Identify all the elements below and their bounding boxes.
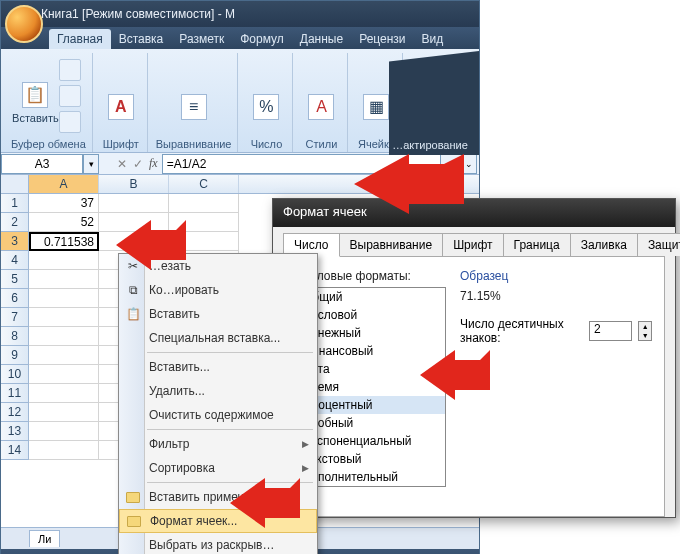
cell-A5[interactable] — [29, 270, 99, 289]
dlgtab-fill[interactable]: Заливка — [570, 233, 638, 256]
office-button[interactable] — [5, 5, 43, 43]
group-label-clipboard: Буфер обмена — [11, 136, 86, 150]
ribbon-tabs: Главная Вставка Разметк Формул Данные Ре… — [1, 27, 479, 49]
number-button[interactable]: % — [246, 65, 286, 127]
row-7[interactable]: 7 — [1, 308, 29, 327]
row-3[interactable]: 3 — [1, 232, 29, 251]
paste-button[interactable]: 📋 Вставить — [15, 65, 55, 127]
group-editing: …актирование — [389, 51, 479, 155]
chevron-up-icon[interactable]: ▲ — [639, 322, 651, 331]
cell-A4[interactable] — [29, 251, 99, 270]
decimals-row: Число десятичных знаков: 2 ▲ ▼ — [460, 317, 652, 345]
ctx-paste[interactable]: 📋Вставить — [119, 302, 317, 326]
decimals-input[interactable]: 2 — [589, 321, 632, 341]
dlgtab-alignment[interactable]: Выравнивание — [339, 233, 444, 256]
group-label-align: Выравнивание — [156, 136, 232, 150]
dialog-title: Формат ячеек — [273, 199, 675, 227]
cell-A6[interactable] — [29, 289, 99, 308]
tab-review[interactable]: Рецензи — [351, 29, 413, 49]
row-4[interactable]: 4 — [1, 251, 29, 270]
folder-icon — [125, 489, 141, 505]
row-10[interactable]: 10 — [1, 365, 29, 384]
row-5[interactable]: 5 — [1, 270, 29, 289]
ctx-paste-special[interactable]: Специальная вставка... — [119, 326, 317, 350]
col-B[interactable]: B — [99, 175, 169, 193]
group-styles: A Стили — [295, 53, 348, 152]
titlebar: Книга1 [Режим совместимости] - М — [1, 1, 479, 27]
dlgtab-font[interactable]: Шрифт — [442, 233, 503, 256]
ctx-delete[interactable]: Удалить... — [119, 379, 317, 403]
copy-button[interactable] — [59, 85, 81, 107]
cut-button[interactable] — [59, 59, 81, 81]
row-9[interactable]: 9 — [1, 346, 29, 365]
cell-A14[interactable] — [29, 441, 99, 460]
decimals-spinner[interactable]: ▲ ▼ — [638, 321, 652, 341]
cell-B1[interactable] — [99, 194, 169, 213]
dlgtab-protection[interactable]: Защита — [637, 233, 680, 256]
col-C[interactable]: C — [169, 175, 239, 193]
tab-layout[interactable]: Разметк — [171, 29, 232, 49]
cell-A9[interactable] — [29, 346, 99, 365]
row-8[interactable]: 8 — [1, 327, 29, 346]
group-alignment: ≡ Выравнивание — [150, 53, 239, 152]
cell-A7[interactable] — [29, 308, 99, 327]
fmt-special[interactable]: Дополнительный — [297, 468, 445, 486]
ctx-sort[interactable]: Сортировка▶ — [119, 456, 317, 480]
cell-A10[interactable] — [29, 365, 99, 384]
select-all-corner[interactable] — [1, 175, 29, 193]
row-6[interactable]: 6 — [1, 289, 29, 308]
fx-reject-icon[interactable]: ✕ — [117, 157, 127, 171]
cell-A13[interactable] — [29, 422, 99, 441]
font-button[interactable]: A — [101, 65, 141, 127]
annotation-arrow-formula — [354, 154, 464, 214]
fmt-fraction[interactable]: Дробный — [297, 414, 445, 432]
chevron-down-icon[interactable]: ▼ — [639, 331, 651, 340]
cell-A8[interactable] — [29, 327, 99, 346]
row-12[interactable]: 12 — [1, 403, 29, 422]
ctx-insert[interactable]: Вставить... — [119, 355, 317, 379]
group-label-number: Число — [251, 136, 283, 150]
sample-value: 71.15% — [460, 289, 652, 303]
row-11[interactable]: 11 — [1, 384, 29, 403]
format-painter-button[interactable] — [59, 111, 81, 133]
name-box-dropdown[interactable]: ▾ — [83, 154, 99, 174]
row-14[interactable]: 14 — [1, 441, 29, 460]
row-2[interactable]: 2 — [1, 213, 29, 232]
cell-A12[interactable] — [29, 403, 99, 422]
col-A[interactable]: A — [29, 175, 99, 193]
tab-data[interactable]: Данные — [292, 29, 351, 49]
ctx-copy[interactable]: ⧉Ко…ировать — [119, 278, 317, 302]
cell-A2[interactable]: 52 — [29, 213, 99, 232]
cell-A1[interactable]: 37 — [29, 194, 99, 213]
cell-A11[interactable] — [29, 384, 99, 403]
format-list-label: Числовые форматы: — [296, 269, 446, 283]
tab-insert[interactable]: Вставка — [111, 29, 172, 49]
alignment-button[interactable]: ≡ — [174, 65, 214, 127]
ctx-clear[interactable]: Очистить содержимое — [119, 403, 317, 427]
row-13[interactable]: 13 — [1, 422, 29, 441]
annotation-arrow-format-cells — [230, 478, 300, 528]
fx-icon[interactable]: fx — [149, 156, 158, 171]
fmt-currency[interactable]: Денежный — [297, 324, 445, 342]
tab-view[interactable]: Вид — [414, 29, 452, 49]
fmt-custom[interactable]: (все форматы) — [297, 486, 445, 487]
fmt-number[interactable]: Числовой — [297, 306, 445, 324]
cell-C1[interactable] — [169, 194, 239, 213]
ctx-pick-from-list[interactable]: Выбрать из раскрыв… — [119, 533, 317, 554]
dlgtab-border[interactable]: Граница — [503, 233, 571, 256]
fmt-general[interactable]: Общий — [297, 288, 445, 306]
fx-controls: ✕ ✓ fx — [117, 156, 158, 171]
tab-home[interactable]: Главная — [49, 29, 111, 49]
ctx-filter[interactable]: Фильтр▶ — [119, 432, 317, 456]
styles-button[interactable]: A — [301, 65, 341, 127]
fmt-text[interactable]: Текстовый — [297, 450, 445, 468]
group-label-styles: Стили — [306, 136, 338, 150]
cell-A3[interactable]: 0.711538 — [29, 232, 99, 251]
row-1[interactable]: 1 — [1, 194, 29, 213]
fx-accept-icon[interactable]: ✓ — [133, 157, 143, 171]
name-box[interactable]: A3 — [1, 154, 83, 174]
window-title: Книга1 [Режим совместимости] - М — [41, 7, 235, 21]
fmt-scientific[interactable]: Экспоненциальный — [297, 432, 445, 450]
sheet-tab[interactable]: Ли — [29, 530, 60, 547]
tab-formulas[interactable]: Формул — [232, 29, 292, 49]
